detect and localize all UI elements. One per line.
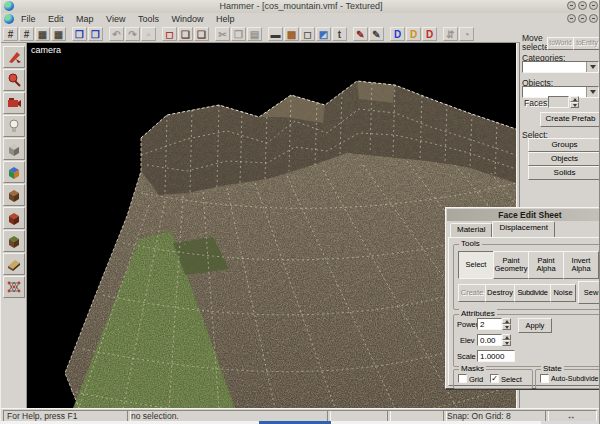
grid-checkbox[interactable] xyxy=(458,374,467,383)
menu-map[interactable]: Map xyxy=(71,13,99,24)
faces-spinner[interactable] xyxy=(570,96,579,108)
group-icon[interactable]: ❏ xyxy=(178,27,193,41)
redo-icon[interactable]: ↷ xyxy=(125,27,140,41)
mdi-child-icon xyxy=(4,14,14,24)
elev-label: Elev xyxy=(460,336,475,345)
ungroup-icon[interactable]: ❏ xyxy=(194,27,209,41)
tool-sew-button[interactable]: Sew xyxy=(578,281,600,304)
vertex-tool-icon xyxy=(6,279,22,295)
selection-tool-button[interactable] xyxy=(3,46,25,68)
selection-tool-icon xyxy=(6,49,22,65)
magnify-tool-button[interactable] xyxy=(3,69,25,91)
mdi-minimize-button[interactable] xyxy=(567,14,576,23)
create-prefab-button[interactable]: Create Prefab xyxy=(540,112,600,127)
tool-subdivide-button[interactable]: Subdivide xyxy=(514,284,551,302)
faces-input[interactable] xyxy=(548,96,569,108)
disp-mask-buildable-icon[interactable]: D xyxy=(422,27,437,41)
menu-window[interactable]: Window xyxy=(167,13,209,24)
toggle-grid-3d-icon[interactable]: ▦ xyxy=(51,27,66,41)
carve-icon[interactable]: ◻ xyxy=(162,27,177,41)
tab-displacement[interactable]: Displacement xyxy=(492,221,554,238)
tool-invert-alpha-button[interactable]: Invert Alpha xyxy=(563,251,599,279)
tool-paint-geometry-button[interactable]: Paint Geometry xyxy=(493,251,529,279)
paste-icon[interactable]: ▤ xyxy=(247,27,262,41)
mdi-restore-button[interactable] xyxy=(578,14,587,23)
menu-tools[interactable]: Tools xyxy=(133,13,164,24)
texture-application-button[interactable] xyxy=(3,161,25,183)
select-mask-checkbox[interactable]: ✓ xyxy=(490,374,499,383)
mdi-close-button[interactable] xyxy=(589,14,598,23)
power-spinner[interactable] xyxy=(502,318,511,330)
displacement-pen-dark-icon[interactable]: ✎ xyxy=(369,27,384,41)
context-help-icon[interactable]: ◔ xyxy=(459,27,474,41)
select-touching-icon[interactable]: ◻ xyxy=(300,27,315,41)
copy-icon[interactable]: ❐ xyxy=(231,27,246,41)
clipping-tool-button[interactable] xyxy=(3,253,25,275)
categories-dropdown-icon[interactable] xyxy=(586,62,598,72)
run-map-icon[interactable]: ⇵ xyxy=(443,27,458,41)
tool-noise-button[interactable]: Noise xyxy=(550,284,576,302)
apply-decals-button[interactable] xyxy=(3,207,25,229)
map-tools-toolbar xyxy=(1,43,27,408)
auto-subdivide-checkbox[interactable] xyxy=(540,374,549,383)
disp-mask-solid-icon[interactable]: D xyxy=(390,27,405,41)
3d-viewport[interactable]: camera xyxy=(27,43,516,408)
power-spin-down-icon[interactable] xyxy=(502,324,511,330)
scale-input[interactable]: 1.0000 xyxy=(477,350,515,362)
displacement-pen-red-icon[interactable]: ✎ xyxy=(353,27,368,41)
select-objects-button[interactable]: Objects xyxy=(528,152,600,166)
camera-tool-button[interactable] xyxy=(3,92,25,114)
power-input[interactable]: 2 xyxy=(477,318,502,330)
select-solids-button[interactable]: Solids xyxy=(528,166,600,180)
select-groups-button[interactable]: Groups xyxy=(528,138,600,152)
select-mask-label: Select xyxy=(501,375,522,384)
elev-spinner[interactable] xyxy=(502,334,511,346)
disp-mask-walkable-icon[interactable]: D xyxy=(406,27,421,41)
load-window-state-icon[interactable]: ❒ xyxy=(72,27,87,41)
apply-texture-button[interactable] xyxy=(3,184,25,206)
window-title: Hammer - [cos_mountain.vmf - Textured] xyxy=(1,1,600,11)
tab-material[interactable]: Material xyxy=(450,223,492,238)
attributes-groupbox: Attributes Power 2 Apply Elev 0.00 Scale… xyxy=(453,314,600,367)
tool-select-button[interactable]: Select xyxy=(458,251,494,279)
apply-button[interactable]: Apply xyxy=(518,318,552,333)
overlay-tool-button[interactable] xyxy=(3,230,25,252)
select-partials-icon[interactable]: ◩ xyxy=(316,27,331,41)
toggle-cordon-icon[interactable]: ▬ xyxy=(268,27,283,41)
smaller-grid-icon[interactable]: # xyxy=(3,27,18,41)
elev-spin-down-icon[interactable] xyxy=(502,340,511,346)
face-edit-sheet-title[interactable]: Face Edit Sheet xyxy=(447,209,600,221)
group-ignore-icon[interactable]: ▫ xyxy=(141,27,156,41)
to-world-button[interactable]: toWorld xyxy=(547,37,574,50)
minimize-button[interactable] xyxy=(567,1,576,10)
viewport-camera-label: camera xyxy=(31,45,61,55)
save-window-state-icon[interactable]: ❒ xyxy=(88,27,103,41)
edit-cordon-icon[interactable]: ▩ xyxy=(284,27,299,41)
categories-combobox[interactable] xyxy=(522,61,599,73)
block-tool-icon xyxy=(6,141,22,157)
tool-destroy-button[interactable]: Destroy xyxy=(485,284,515,302)
tool-paint-alpha-button[interactable]: Paint Alpha xyxy=(528,251,564,279)
undo-icon[interactable]: ↶ xyxy=(109,27,124,41)
toggle-grid-2d-icon[interactable]: ▦ xyxy=(35,27,50,41)
menu-edit[interactable]: Edit xyxy=(43,13,69,24)
tool-create-button[interactable]: Create xyxy=(458,284,486,302)
elev-input[interactable]: 0.00 xyxy=(477,334,502,346)
entity-tool-button[interactable] xyxy=(3,115,25,137)
vertex-tool-button[interactable] xyxy=(3,276,25,298)
block-tool-button[interactable] xyxy=(3,138,25,160)
cut-icon[interactable]: ✂ xyxy=(215,27,230,41)
menu-view[interactable]: View xyxy=(101,13,130,24)
to-entity-button[interactable]: toEntity xyxy=(573,37,600,50)
menu-file[interactable]: File xyxy=(16,13,41,24)
menu-help[interactable]: Help xyxy=(211,13,240,24)
close-button[interactable] xyxy=(589,1,598,10)
entity-tool-icon xyxy=(6,118,22,134)
texture-application-icon xyxy=(6,164,22,180)
faces-spin-down-icon[interactable] xyxy=(570,102,579,108)
larger-grid-icon[interactable]: # xyxy=(19,27,34,41)
texture-lock-icon[interactable]: t xyxy=(332,27,347,41)
objects-dropdown-icon[interactable] xyxy=(586,87,598,97)
restore-button[interactable] xyxy=(578,1,587,10)
title-bar: Hammer - [cos_mountain.vmf - Textured] xyxy=(1,0,600,14)
